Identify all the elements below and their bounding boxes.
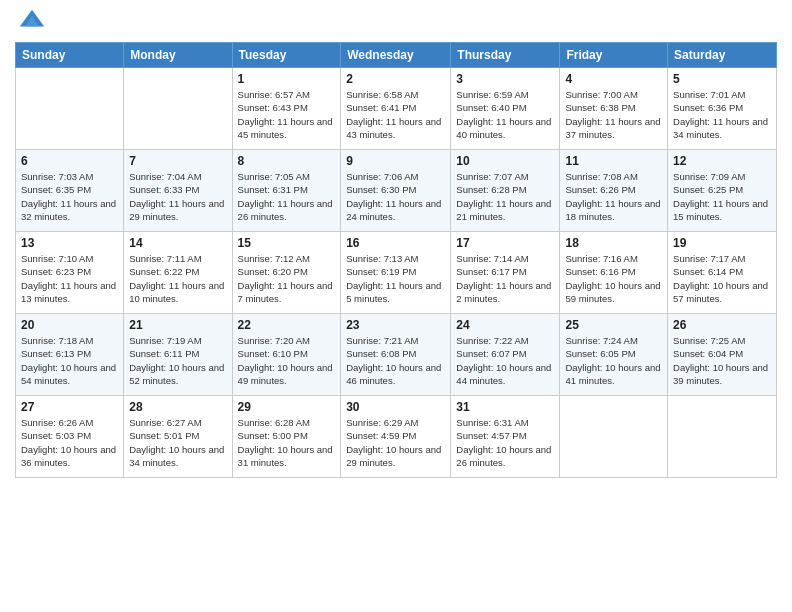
daylight-text: Daylight: 10 hours and 34 minutes. xyxy=(129,443,226,470)
table-cell: 22Sunrise: 7:20 AMSunset: 6:10 PMDayligh… xyxy=(232,314,341,396)
day-detail: Sunrise: 7:14 AMSunset: 6:17 PMDaylight:… xyxy=(456,252,554,305)
day-detail: Sunrise: 7:05 AMSunset: 6:31 PMDaylight:… xyxy=(238,170,336,223)
calendar-week-row: 13Sunrise: 7:10 AMSunset: 6:23 PMDayligh… xyxy=(16,232,777,314)
table-cell: 8Sunrise: 7:05 AMSunset: 6:31 PMDaylight… xyxy=(232,150,341,232)
day-detail: Sunrise: 7:24 AMSunset: 6:05 PMDaylight:… xyxy=(565,334,662,387)
sunset-text: Sunset: 4:59 PM xyxy=(346,429,445,442)
sunrise-text: Sunrise: 6:59 AM xyxy=(456,88,554,101)
day-detail: Sunrise: 7:19 AMSunset: 6:11 PMDaylight:… xyxy=(129,334,226,387)
day-number: 17 xyxy=(456,236,554,250)
daylight-text: Daylight: 11 hours and 26 minutes. xyxy=(238,197,336,224)
sunset-text: Sunset: 6:05 PM xyxy=(565,347,662,360)
calendar-table: Sunday Monday Tuesday Wednesday Thursday… xyxy=(15,42,777,478)
sunset-text: Sunset: 5:00 PM xyxy=(238,429,336,442)
table-cell: 14Sunrise: 7:11 AMSunset: 6:22 PMDayligh… xyxy=(124,232,232,314)
calendar-week-row: 20Sunrise: 7:18 AMSunset: 6:13 PMDayligh… xyxy=(16,314,777,396)
sunset-text: Sunset: 6:10 PM xyxy=(238,347,336,360)
sunrise-text: Sunrise: 6:26 AM xyxy=(21,416,118,429)
day-number: 28 xyxy=(129,400,226,414)
daylight-text: Daylight: 11 hours and 24 minutes. xyxy=(346,197,445,224)
sunrise-text: Sunrise: 6:28 AM xyxy=(238,416,336,429)
day-detail: Sunrise: 7:09 AMSunset: 6:25 PMDaylight:… xyxy=(673,170,771,223)
sunrise-text: Sunrise: 7:04 AM xyxy=(129,170,226,183)
sunrise-text: Sunrise: 7:06 AM xyxy=(346,170,445,183)
day-number: 8 xyxy=(238,154,336,168)
day-number: 10 xyxy=(456,154,554,168)
daylight-text: Daylight: 10 hours and 54 minutes. xyxy=(21,361,118,388)
daylight-text: Daylight: 11 hours and 21 minutes. xyxy=(456,197,554,224)
sunrise-text: Sunrise: 7:03 AM xyxy=(21,170,118,183)
daylight-text: Daylight: 10 hours and 49 minutes. xyxy=(238,361,336,388)
table-cell: 1Sunrise: 6:57 AMSunset: 6:43 PMDaylight… xyxy=(232,68,341,150)
day-detail: Sunrise: 7:13 AMSunset: 6:19 PMDaylight:… xyxy=(346,252,445,305)
sunset-text: Sunset: 5:03 PM xyxy=(21,429,118,442)
sunset-text: Sunset: 6:19 PM xyxy=(346,265,445,278)
sunset-text: Sunset: 6:13 PM xyxy=(21,347,118,360)
sunrise-text: Sunrise: 7:11 AM xyxy=(129,252,226,265)
sunset-text: Sunset: 6:16 PM xyxy=(565,265,662,278)
day-number: 1 xyxy=(238,72,336,86)
day-detail: Sunrise: 6:27 AMSunset: 5:01 PMDaylight:… xyxy=(129,416,226,469)
day-detail: Sunrise: 6:58 AMSunset: 6:41 PMDaylight:… xyxy=(346,88,445,141)
sunrise-text: Sunrise: 7:01 AM xyxy=(673,88,771,101)
table-cell: 5Sunrise: 7:01 AMSunset: 6:36 PMDaylight… xyxy=(668,68,777,150)
sunrise-text: Sunrise: 7:14 AM xyxy=(456,252,554,265)
day-detail: Sunrise: 7:17 AMSunset: 6:14 PMDaylight:… xyxy=(673,252,771,305)
sunrise-text: Sunrise: 7:24 AM xyxy=(565,334,662,347)
table-cell: 21Sunrise: 7:19 AMSunset: 6:11 PMDayligh… xyxy=(124,314,232,396)
table-cell: 27Sunrise: 6:26 AMSunset: 5:03 PMDayligh… xyxy=(16,396,124,478)
table-cell xyxy=(668,396,777,478)
sunset-text: Sunset: 5:01 PM xyxy=(129,429,226,442)
day-number: 21 xyxy=(129,318,226,332)
table-cell: 2Sunrise: 6:58 AMSunset: 6:41 PMDaylight… xyxy=(341,68,451,150)
table-cell: 30Sunrise: 6:29 AMSunset: 4:59 PMDayligh… xyxy=(341,396,451,478)
daylight-text: Daylight: 10 hours and 46 minutes. xyxy=(346,361,445,388)
sunrise-text: Sunrise: 6:58 AM xyxy=(346,88,445,101)
day-detail: Sunrise: 7:01 AMSunset: 6:36 PMDaylight:… xyxy=(673,88,771,141)
day-detail: Sunrise: 7:08 AMSunset: 6:26 PMDaylight:… xyxy=(565,170,662,223)
header-sunday: Sunday xyxy=(16,43,124,68)
calendar-week-row: 27Sunrise: 6:26 AMSunset: 5:03 PMDayligh… xyxy=(16,396,777,478)
table-cell: 29Sunrise: 6:28 AMSunset: 5:00 PMDayligh… xyxy=(232,396,341,478)
sunset-text: Sunset: 6:43 PM xyxy=(238,101,336,114)
sunrise-text: Sunrise: 7:08 AM xyxy=(565,170,662,183)
daylight-text: Daylight: 10 hours and 26 minutes. xyxy=(456,443,554,470)
header-thursday: Thursday xyxy=(451,43,560,68)
daylight-text: Daylight: 11 hours and 5 minutes. xyxy=(346,279,445,306)
day-detail: Sunrise: 6:26 AMSunset: 5:03 PMDaylight:… xyxy=(21,416,118,469)
page: Sunday Monday Tuesday Wednesday Thursday… xyxy=(0,0,792,612)
calendar-week-row: 1Sunrise: 6:57 AMSunset: 6:43 PMDaylight… xyxy=(16,68,777,150)
day-number: 2 xyxy=(346,72,445,86)
daylight-text: Daylight: 11 hours and 29 minutes. xyxy=(129,197,226,224)
day-number: 18 xyxy=(565,236,662,250)
daylight-text: Daylight: 11 hours and 40 minutes. xyxy=(456,115,554,142)
day-number: 19 xyxy=(673,236,771,250)
sunset-text: Sunset: 6:33 PM xyxy=(129,183,226,196)
daylight-text: Daylight: 11 hours and 43 minutes. xyxy=(346,115,445,142)
sunrise-text: Sunrise: 7:20 AM xyxy=(238,334,336,347)
sunrise-text: Sunrise: 7:19 AM xyxy=(129,334,226,347)
table-cell: 25Sunrise: 7:24 AMSunset: 6:05 PMDayligh… xyxy=(560,314,668,396)
day-number: 20 xyxy=(21,318,118,332)
daylight-text: Daylight: 10 hours and 52 minutes. xyxy=(129,361,226,388)
sunset-text: Sunset: 6:20 PM xyxy=(238,265,336,278)
table-cell: 6Sunrise: 7:03 AMSunset: 6:35 PMDaylight… xyxy=(16,150,124,232)
table-cell: 3Sunrise: 6:59 AMSunset: 6:40 PMDaylight… xyxy=(451,68,560,150)
sunset-text: Sunset: 6:23 PM xyxy=(21,265,118,278)
header-wednesday: Wednesday xyxy=(341,43,451,68)
sunset-text: Sunset: 6:41 PM xyxy=(346,101,445,114)
day-detail: Sunrise: 7:21 AMSunset: 6:08 PMDaylight:… xyxy=(346,334,445,387)
day-number: 22 xyxy=(238,318,336,332)
day-detail: Sunrise: 7:03 AMSunset: 6:35 PMDaylight:… xyxy=(21,170,118,223)
sunrise-text: Sunrise: 7:07 AM xyxy=(456,170,554,183)
table-cell: 12Sunrise: 7:09 AMSunset: 6:25 PMDayligh… xyxy=(668,150,777,232)
sunset-text: Sunset: 6:35 PM xyxy=(21,183,118,196)
day-detail: Sunrise: 7:18 AMSunset: 6:13 PMDaylight:… xyxy=(21,334,118,387)
day-detail: Sunrise: 7:20 AMSunset: 6:10 PMDaylight:… xyxy=(238,334,336,387)
sunset-text: Sunset: 6:31 PM xyxy=(238,183,336,196)
table-cell: 10Sunrise: 7:07 AMSunset: 6:28 PMDayligh… xyxy=(451,150,560,232)
day-detail: Sunrise: 7:22 AMSunset: 6:07 PMDaylight:… xyxy=(456,334,554,387)
table-cell: 31Sunrise: 6:31 AMSunset: 4:57 PMDayligh… xyxy=(451,396,560,478)
table-cell: 24Sunrise: 7:22 AMSunset: 6:07 PMDayligh… xyxy=(451,314,560,396)
table-cell: 11Sunrise: 7:08 AMSunset: 6:26 PMDayligh… xyxy=(560,150,668,232)
